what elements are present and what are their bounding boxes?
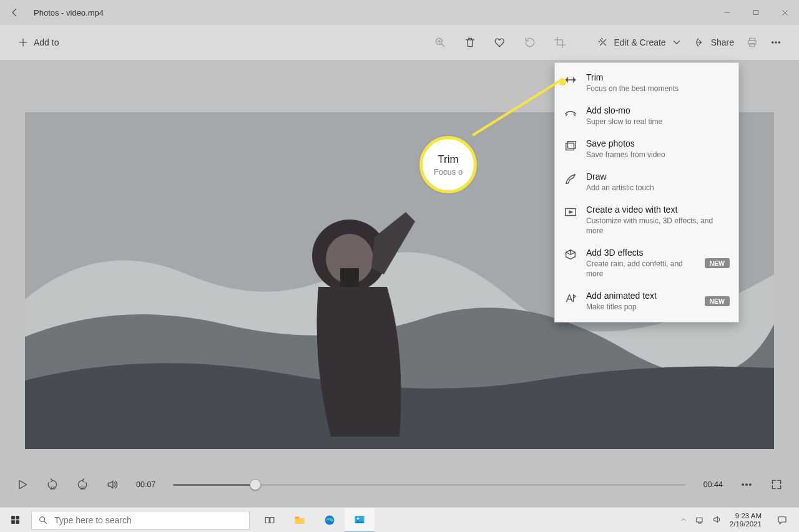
- dropdown-item-video-text[interactable]: Create a video with text Customize with …: [555, 199, 738, 242]
- edit-create-button[interactable]: Edit & Create: [591, 30, 688, 55]
- svg-rect-23: [265, 517, 269, 523]
- tray-network-icon[interactable]: [695, 515, 705, 526]
- window-title: Photos - video.mp4: [34, 8, 104, 17]
- photos-app-button[interactable]: [345, 508, 375, 533]
- action-center-button[interactable]: [769, 508, 795, 533]
- search-icon: [38, 515, 48, 525]
- rotate-icon[interactable]: [524, 36, 536, 49]
- dropdown-item-draw[interactable]: Draw Add an artistic touch: [555, 166, 738, 199]
- more-button[interactable]: [764, 30, 788, 55]
- dropdown-item-3d-effects[interactable]: Add 3D effects Create rain, add confetti…: [555, 242, 738, 285]
- play-button[interactable]: [16, 478, 29, 491]
- svg-rect-21: [16, 520, 19, 524]
- dropdown-item-animated-text[interactable]: Add animated text Make titles pop NEW: [555, 285, 738, 318]
- svg-rect-30: [696, 518, 702, 522]
- svg-rect-18: [11, 516, 15, 520]
- new-badge: NEW: [705, 296, 730, 306]
- task-view-button[interactable]: [255, 508, 285, 533]
- effects-3d-icon: [564, 248, 577, 262]
- svg-rect-13: [567, 142, 576, 148]
- svg-point-22: [40, 516, 45, 521]
- video-text-icon: [564, 205, 577, 219]
- back-button[interactable]: [0, 0, 29, 25]
- player-controls: 10 30 00:07 00:44: [0, 462, 799, 507]
- new-badge: NEW: [705, 258, 730, 268]
- share-label: Share: [711, 37, 734, 47]
- dropdown-item-save-photos[interactable]: Save photos Save frames from video: [555, 133, 738, 166]
- svg-point-16: [746, 484, 748, 486]
- svg-rect-11: [340, 268, 359, 287]
- file-explorer-button[interactable]: [285, 508, 315, 533]
- svg-rect-26: [295, 516, 300, 519]
- save-photos-icon: [564, 139, 577, 153]
- svg-rect-12: [566, 143, 574, 150]
- toolbar: Add to Edit & Create Share: [0, 25, 799, 60]
- taskbar: Type here to search 9:23 AM 2/19/2021: [0, 507, 799, 532]
- tray-date: 2/19/2021: [730, 520, 762, 528]
- callout-title: Trim: [438, 153, 458, 166]
- minimize-button[interactable]: [713, 0, 742, 25]
- close-button[interactable]: [770, 0, 799, 25]
- svg-point-17: [750, 484, 752, 486]
- crop-icon[interactable]: [554, 36, 566, 49]
- titlebar: Photos - video.mp4: [0, 0, 799, 25]
- svg-rect-19: [16, 516, 19, 520]
- add-to-button[interactable]: Add to: [11, 30, 65, 55]
- favorite-icon[interactable]: [494, 36, 506, 49]
- slomo-icon: [564, 106, 577, 120]
- zoom-icon[interactable]: [434, 36, 446, 49]
- taskbar-search[interactable]: Type here to search: [31, 511, 250, 530]
- svg-rect-20: [11, 520, 15, 524]
- dd-title: Trim: [586, 72, 730, 83]
- dropdown-item-trim[interactable]: Trim Focus on the best moments: [555, 67, 738, 100]
- svg-rect-24: [270, 517, 274, 523]
- svg-point-29: [357, 517, 359, 519]
- svg-rect-0: [754, 11, 758, 15]
- edit-create-label: Edit & Create: [614, 37, 665, 47]
- chevron-down-icon: [671, 37, 682, 48]
- skip-back-10-button[interactable]: 10: [46, 478, 59, 491]
- print-button[interactable]: [740, 30, 764, 55]
- svg-point-6: [775, 42, 777, 43]
- callout-lens: Trim Focus o: [419, 136, 477, 193]
- duration: 00:44: [703, 480, 723, 489]
- seek-knob[interactable]: [250, 479, 261, 490]
- callout-leader-dot: [559, 78, 566, 85]
- dropdown-item-slomo[interactable]: Add slo-mo Super slow to real time: [555, 100, 738, 133]
- animated-text-icon: [564, 291, 577, 305]
- svg-point-7: [778, 42, 780, 43]
- tray-chevron-up-icon[interactable]: [680, 516, 687, 525]
- edit-create-dropdown: Trim Focus on the best moments Add slo-m…: [554, 62, 739, 322]
- add-to-label: Add to: [34, 37, 59, 47]
- maximize-button[interactable]: [742, 0, 770, 25]
- svg-point-5: [772, 42, 773, 43]
- draw-icon: [564, 172, 577, 186]
- tray-clock[interactable]: 9:23 AM 2/19/2021: [730, 512, 762, 528]
- tray-time: 9:23 AM: [730, 512, 762, 520]
- player-more-button[interactable]: [740, 478, 753, 491]
- svg-rect-4: [750, 44, 755, 47]
- tray-volume-icon[interactable]: [712, 515, 722, 526]
- delete-icon[interactable]: [464, 36, 476, 49]
- fullscreen-button[interactable]: [770, 478, 783, 491]
- current-time: 00:07: [136, 480, 155, 489]
- skip-forward-30-button[interactable]: 30: [76, 478, 89, 491]
- callout-sub: Focus o: [434, 167, 463, 177]
- svg-point-15: [742, 484, 744, 486]
- dd-sub: Focus on the best moments: [586, 84, 730, 94]
- seek-bar[interactable]: [173, 484, 685, 486]
- start-button[interactable]: [0, 508, 30, 533]
- share-button[interactable]: Share: [689, 30, 740, 55]
- volume-button[interactable]: [106, 478, 119, 491]
- search-placeholder: Type here to search: [54, 515, 132, 525]
- edge-button[interactable]: [315, 508, 345, 533]
